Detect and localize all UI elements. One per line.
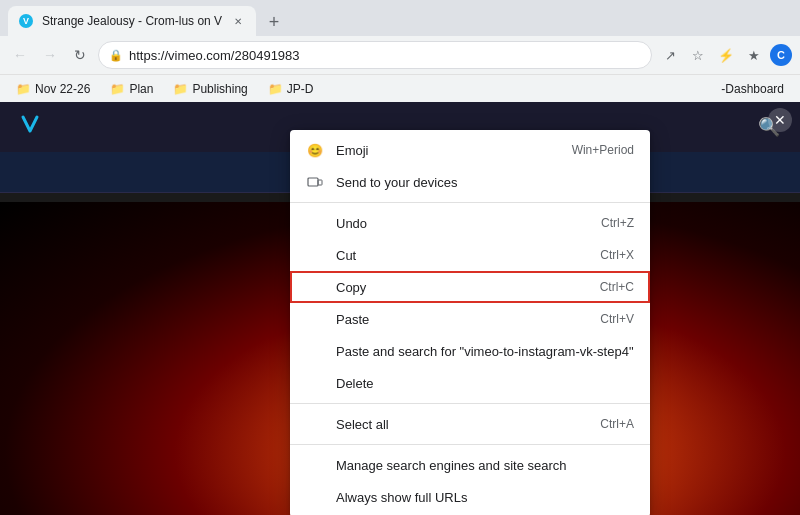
bookmark-plan-label: Plan — [129, 82, 153, 96]
bookmark-plan-folder-icon: 📁 — [110, 82, 125, 96]
address-bar: ← → ↻ 🔒 https://vimeo.com/280491983 ↗ ☆ … — [0, 36, 800, 74]
ctx-delete-left: Delete — [306, 374, 374, 392]
tab-favicon: V — [18, 13, 34, 29]
ctx-cut-left: Cut — [306, 246, 356, 264]
emoji-icon: 😊 — [306, 141, 324, 159]
undo-icon — [306, 214, 324, 232]
copy-icon — [306, 278, 324, 296]
ctx-send-left: Send to your devices — [306, 173, 457, 191]
ctx-separator-1 — [290, 202, 650, 203]
context-menu-undo[interactable]: Undo Ctrl+Z — [290, 207, 650, 239]
ctx-select-all-left: Select all — [306, 415, 389, 433]
ctx-undo-label: Undo — [336, 216, 367, 231]
ctx-always-full-urls-label: Always show full URLs — [336, 490, 468, 505]
forward-button[interactable]: → — [38, 43, 62, 67]
browser-chrome: V Strange Jealousy - Crom-lus on V ✕ + ←… — [0, 0, 800, 102]
ctx-paste-label: Paste — [336, 312, 369, 327]
ctx-delete-label: Delete — [336, 376, 374, 391]
context-menu: 😊 Emoji Win+Period Send to your devices … — [290, 130, 650, 515]
ctx-select-all-label: Select all — [336, 417, 389, 432]
context-menu-delete[interactable]: Delete — [290, 367, 650, 399]
ctx-paste-shortcut: Ctrl+V — [600, 312, 634, 326]
ctx-emoji-left: 😊 Emoji — [306, 141, 369, 159]
bookmark-star-btn[interactable]: ☆ — [686, 43, 710, 67]
always-full-urls-icon — [306, 488, 324, 506]
bookmark-jpd-label: JP-D — [287, 82, 314, 96]
tab-bar: V Strange Jealousy - Crom-lus on V ✕ + — [0, 0, 800, 36]
svg-rect-0 — [308, 178, 318, 186]
context-menu-cut[interactable]: Cut Ctrl+X — [290, 239, 650, 271]
ctx-undo-shortcut: Ctrl+Z — [601, 216, 634, 230]
select-all-icon — [306, 415, 324, 433]
context-menu-manage-search[interactable]: Manage search engines and site search — [290, 449, 650, 481]
ctx-manage-search-left: Manage search engines and site search — [306, 456, 567, 474]
new-tab-button[interactable]: + — [260, 8, 288, 36]
context-menu-copy[interactable]: Copy Ctrl+C — [290, 271, 650, 303]
manage-search-icon — [306, 456, 324, 474]
bookmark-folder-icon: 📁 — [16, 82, 31, 96]
url-text: https://vimeo.com/280491983 — [129, 48, 641, 63]
bookmarks-bar: 📁 Nov 22-26 📁 Plan 📁 Publishing 📁 JP-D -… — [0, 74, 800, 102]
context-menu-select-all[interactable]: Select all Ctrl+A — [290, 408, 650, 440]
extension-star-icon[interactable]: ★ — [742, 43, 766, 67]
bookmark-publishing[interactable]: 📁 Publishing — [165, 80, 255, 98]
ctx-paste-search-left: Paste and search for "vimeo-to-instagram… — [306, 342, 634, 360]
ctx-copy-shortcut: Ctrl+C — [600, 280, 634, 294]
share-icon-btn[interactable]: ↗ — [658, 43, 682, 67]
ctx-manage-search-label: Manage search engines and site search — [336, 458, 567, 473]
paste-icon — [306, 310, 324, 328]
bookmark-jpd[interactable]: 📁 JP-D — [260, 80, 322, 98]
bookmark-publishing-label: Publishing — [192, 82, 247, 96]
ctx-separator-2 — [290, 403, 650, 404]
extension-puzzle-icon[interactable]: ⚡ — [714, 43, 738, 67]
tab-title: Strange Jealousy - Crom-lus on V — [42, 14, 222, 28]
ctx-cut-label: Cut — [336, 248, 356, 263]
lock-icon: 🔒 — [109, 49, 123, 62]
ctx-always-full-left: Always show full URLs — [306, 488, 468, 506]
bookmark-dashboard-label: -Dashboard — [721, 82, 784, 96]
context-menu-send-devices[interactable]: Send to your devices — [290, 166, 650, 198]
bookmark-nov22-26[interactable]: 📁 Nov 22-26 — [8, 80, 98, 98]
bookmark-nov22-26-label: Nov 22-26 — [35, 82, 90, 96]
ctx-emoji-label: Emoji — [336, 143, 369, 158]
ctx-select-all-shortcut: Ctrl+A — [600, 417, 634, 431]
vimeo-favicon: V — [19, 14, 33, 28]
context-menu-paste[interactable]: Paste Ctrl+V — [290, 303, 650, 335]
bookmark-dashboard[interactable]: -Dashboard — [713, 80, 792, 98]
ctx-cut-shortcut: Ctrl+X — [600, 248, 634, 262]
back-button[interactable]: ← — [8, 43, 32, 67]
tab-close-button[interactable]: ✕ — [230, 13, 246, 29]
bookmark-publishing-folder-icon: 📁 — [173, 82, 188, 96]
delete-icon — [306, 374, 324, 392]
ctx-separator-3 — [290, 444, 650, 445]
svg-rect-1 — [318, 180, 322, 185]
ctx-emoji-shortcut: Win+Period — [572, 143, 634, 157]
vimeo-logo — [20, 111, 50, 143]
url-bar[interactable]: 🔒 https://vimeo.com/280491983 — [98, 41, 652, 69]
ctx-undo-left: Undo — [306, 214, 367, 232]
paste-search-icon — [306, 342, 324, 360]
reload-button[interactable]: ↻ — [68, 43, 92, 67]
bookmark-jpd-folder-icon: 📁 — [268, 82, 283, 96]
send-devices-icon — [306, 173, 324, 191]
modal-close-button[interactable]: ✕ — [768, 108, 792, 132]
ctx-paste-left: Paste — [306, 310, 369, 328]
ctx-copy-label: Copy — [336, 280, 366, 295]
context-menu-emoji[interactable]: 😊 Emoji Win+Period — [290, 134, 650, 166]
active-tab[interactable]: V Strange Jealousy - Crom-lus on V ✕ — [8, 6, 256, 36]
context-menu-always-full-urls[interactable]: Always show full URLs — [290, 481, 650, 513]
ctx-send-devices-label: Send to your devices — [336, 175, 457, 190]
bookmark-plan[interactable]: 📁 Plan — [102, 80, 161, 98]
profile-avatar[interactable]: C — [770, 44, 792, 66]
cut-icon — [306, 246, 324, 264]
context-menu-paste-search[interactable]: Paste and search for "vimeo-to-instagram… — [290, 335, 650, 367]
ctx-paste-search-label: Paste and search for "vimeo-to-instagram… — [336, 344, 634, 359]
address-actions: ↗ ☆ ⚡ ★ C — [658, 43, 792, 67]
ctx-copy-left: Copy — [306, 278, 366, 296]
